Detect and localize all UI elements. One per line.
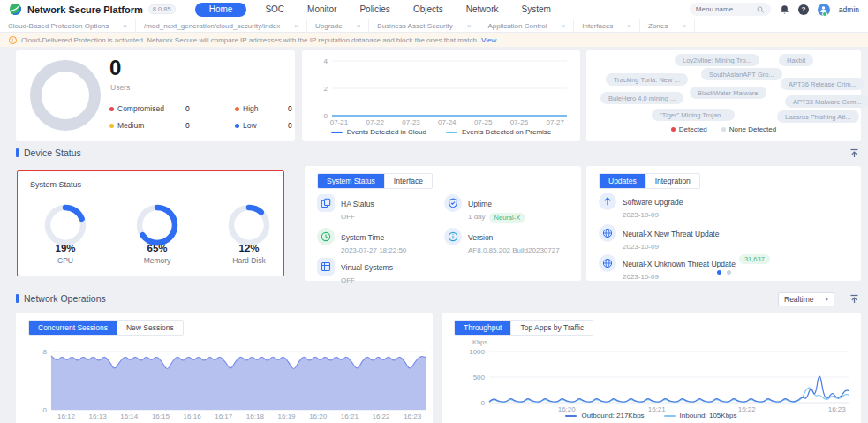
notification-bell-icon[interactable] — [780, 4, 789, 15]
svg-text:16:20: 16:20 — [309, 412, 328, 420]
svg-text:16:16: 16:16 — [184, 412, 202, 420]
main-menu: Home SOC Monitor Policies Objects Networ… — [188, 3, 562, 17]
menu-item-network[interactable]: Network — [455, 4, 510, 14]
username-label[interactable]: admin — [839, 5, 859, 14]
sessions-area-chart: 0816:1216:1316:1416:1516:1616:1716:1816:… — [16, 341, 431, 423]
memory-gauge: 65% Memory — [133, 201, 181, 265]
vsys-icon — [317, 258, 335, 276]
top-navigation: Network Secure Platform 8.0.85 Home SOC … — [0, 0, 868, 19]
threat-tag[interactable]: Lazarus Phishing Att... — [777, 110, 859, 123]
svg-text:07-23: 07-23 — [402, 118, 420, 126]
svg-text:8: 8 — [43, 348, 48, 356]
menu-search-box[interactable] — [690, 3, 771, 16]
close-tab-icon[interactable]: × — [467, 22, 472, 30]
svg-text:07-24: 07-24 — [438, 118, 457, 126]
page-dot[interactable] — [727, 270, 731, 275]
threat-tag[interactable]: Hakbit — [779, 54, 813, 66]
tab-integration[interactable]: Integration — [645, 174, 699, 188]
menu-item-monitor[interactable]: Monitor — [296, 4, 348, 14]
hard-disk-gauge: 12% Hard Disk — [225, 201, 273, 265]
close-tab-icon[interactable]: × — [357, 22, 361, 30]
neural-x-unknown-threat-item: Neural-X Unknown Threat Update31,6372023… — [599, 254, 770, 282]
tab-interface[interactable]: Interface — [384, 174, 432, 188]
svg-text:16:14: 16:14 — [120, 412, 139, 420]
brand-logo-icon — [9, 3, 22, 16]
close-tab-icon[interactable]: × — [682, 22, 686, 30]
tab-interfaces[interactable]: Interfaces× — [574, 19, 640, 32]
network-operations-section-header: Network Operations Realtime▾ — [16, 293, 861, 304]
legend-dot — [235, 107, 239, 111]
collapse-section-icon[interactable] — [849, 148, 859, 160]
cloud-protection-banner: i Cloud-Delivered Protection is activate… — [0, 33, 868, 47]
menu-item-home[interactable]: Home — [195, 3, 247, 17]
tab-updates[interactable]: Updates — [600, 174, 645, 188]
avatar[interactable] — [818, 4, 830, 16]
threat-tag[interactable]: BuleHero 4.0 mining ... — [600, 92, 683, 104]
memory-percent: 65% — [133, 231, 181, 265]
updates-pagination — [717, 270, 731, 275]
events-line-chart: 02407-2107-2207-2307-2407-2507-2607-27 — [313, 56, 574, 126]
svg-text:16:22: 16:22 — [372, 412, 390, 420]
menu-item-policies[interactable]: Policies — [348, 4, 401, 14]
neural-x-globe-icon — [599, 254, 616, 272]
threat-tag[interactable]: Loy2Mine: Mining Tro... — [675, 54, 759, 66]
section-accent-bar — [16, 294, 19, 303]
close-tab-icon[interactable]: × — [627, 22, 631, 30]
tab-zones[interactable]: Zones× — [640, 19, 695, 32]
tab-business-asset-security[interactable]: Business Asset Security× — [369, 19, 479, 32]
threat-legend: Detected None Detected — [586, 125, 861, 133]
update-count-badge: 31,637 — [739, 254, 770, 264]
legend-line — [565, 415, 577, 417]
tab-concurrent-sessions[interactable]: Concurrent Sessions — [29, 321, 117, 335]
tab-system-status[interactable]: System Status — [318, 174, 384, 188]
users-count-label: Users — [110, 83, 130, 92]
version-badge: 8.0.85 — [148, 4, 176, 14]
legend-item: Compromised — [109, 104, 185, 113]
threat-tag[interactable]: "Tiger" Mining Trojan... — [652, 109, 735, 121]
svg-text:16:15: 16:15 — [152, 412, 170, 420]
threat-tag[interactable]: SouthAsianAPT Gro... — [701, 68, 782, 80]
system-status-gauges-panel[interactable]: System Status 19% CPU 65% Memory 12% Har… — [17, 170, 284, 276]
legend-item[interactable]: Events Detected in Cloud — [331, 128, 426, 136]
help-icon[interactable]: ? — [798, 4, 809, 15]
page-dot[interactable] — [717, 270, 721, 275]
legend-item[interactable]: Events Detected on Premise — [446, 128, 551, 136]
close-tab-icon[interactable]: × — [562, 22, 566, 30]
threat-tag[interactable]: BlackWater Malware — [690, 87, 766, 99]
collapse-section-icon[interactable] — [849, 294, 859, 306]
tab-cloud-based-protection-options[interactable]: Cloud-Based Protection Options× — [0, 19, 136, 32]
legend-item[interactable]: Outbound: 217Kbps — [565, 412, 644, 419]
throughput-card: Throughput Top Apps by Traffic Kbps 0500… — [442, 313, 861, 423]
chevron-down-icon: ▾ — [825, 296, 828, 303]
sessions-tabs: Concurrent Sessions New Sessions — [28, 320, 184, 336]
tab-top-apps-by-traffic[interactable]: Top Apps by Traffic — [510, 321, 593, 335]
neural-x-new-threat-item: Neural-X New Threat Update2023-10-09 — [599, 224, 719, 252]
close-tab-icon[interactable]: × — [294, 22, 298, 30]
search-input[interactable] — [696, 5, 754, 13]
panel-title: System Status — [30, 180, 81, 189]
tab-mod-next-generation[interactable]: /mod_next_generation/cloud_security/inde… — [136, 19, 307, 32]
legend-item: High — [235, 104, 288, 113]
info-icon: i — [9, 36, 17, 44]
svg-text:0: 0 — [43, 406, 48, 414]
tab-new-sessions[interactable]: New Sessions — [117, 321, 183, 335]
menu-item-objects[interactable]: Objects — [402, 4, 455, 14]
close-tab-icon[interactable]: × — [123, 22, 127, 30]
threat-tag[interactable]: APT36 Release Crim... — [781, 78, 864, 90]
legend-item[interactable]: Inbound: 105Kbps — [664, 412, 737, 419]
tab-application-control[interactable]: Application Control× — [479, 19, 574, 32]
legend-item: Low — [235, 121, 288, 130]
svg-text:16:18: 16:18 — [246, 412, 265, 420]
banner-view-link[interactable]: View — [481, 36, 496, 44]
time-range-select[interactable]: Realtime▾ — [778, 292, 834, 306]
threat-tag[interactable]: APT33 Malware Com... — [785, 95, 868, 108]
tab-upgrade[interactable]: Upgrade× — [307, 19, 369, 32]
legend-item: None Detected — [721, 125, 776, 133]
menu-item-system[interactable]: System — [509, 4, 562, 14]
svg-text:07-22: 07-22 — [366, 118, 385, 126]
tab-throughput[interactable]: Throughput — [455, 321, 510, 335]
svg-text:07-26: 07-26 — [510, 118, 529, 126]
threat-tag[interactable]: Tracking Turla: New ... — [606, 73, 688, 86]
hard-disk-percent: 12% — [225, 231, 273, 265]
menu-item-soc[interactable]: SOC — [253, 4, 296, 14]
